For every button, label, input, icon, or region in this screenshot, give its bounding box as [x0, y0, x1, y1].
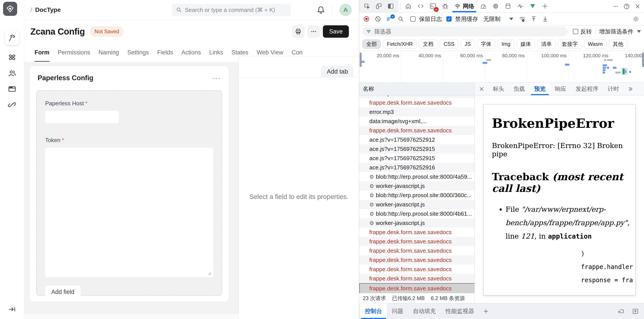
- chip-wasm[interactable]: Wasm: [584, 40, 606, 49]
- network-settings-button[interactable]: [631, 14, 641, 24]
- chip-socket[interactable]: 套接字: [558, 40, 582, 49]
- export-har-button[interactable]: [540, 14, 550, 24]
- avatar[interactable]: A: [340, 4, 352, 16]
- request-row[interactable]: ⚙blob:http://erp.prosol.site:8000/4b61..…: [359, 209, 474, 218]
- detail-tab-initiator[interactable]: 发起程序: [571, 83, 603, 95]
- request-row[interactable]: ⚙worker-javascript.js: [359, 181, 474, 191]
- panel-tab-console[interactable]: ×: [427, 0, 439, 12]
- request-row[interactable]: ⚙blob:http://erp.prosol.site:8000/360c..…: [359, 191, 474, 200]
- more-filters-button[interactable]: 增加筛选条件: [599, 28, 641, 36]
- horizontal-scroll-track[interactable]: [24, 313, 238, 319]
- section-menu-icon[interactable]: ···: [212, 74, 221, 82]
- timeline-right-handle[interactable]: [642, 53, 644, 67]
- chip-img[interactable]: Img: [498, 40, 514, 49]
- filter-toggle-button[interactable]: ×: [384, 14, 394, 24]
- request-row[interactable]: ace.js?v=1756976252916: [359, 163, 474, 172]
- request-row[interactable]: frappe.desk.form.save.savedocs: [359, 246, 474, 255]
- global-search-input[interactable]: Search or type a command (⌘ + K): [172, 4, 291, 16]
- panel-tab-sources[interactable]: [439, 0, 452, 12]
- panel-tab-home[interactable]: [402, 0, 414, 12]
- network-overview-timeline[interactable]: 20,000 ms 40,000 ms 60,000 ms 80,000 ms …: [359, 51, 644, 83]
- tab-naming[interactable]: Naming: [94, 43, 123, 62]
- chip-doc[interactable]: 文档: [419, 40, 437, 49]
- tab-form[interactable]: Form: [30, 43, 54, 62]
- sidebar-item-customize[interactable]: [5, 50, 19, 64]
- save-button[interactable]: Save: [323, 25, 349, 38]
- panel-tab-network[interactable]: 网络: [452, 0, 477, 12]
- preserve-log-label[interactable]: 保留日志: [419, 15, 442, 23]
- request-row[interactable]: error.mp3: [359, 95, 474, 98]
- add-field-button[interactable]: Add field: [45, 285, 80, 298]
- dock-side-button[interactable]: [386, 1, 396, 11]
- close-detail-button[interactable]: [475, 83, 488, 95]
- more-options-button[interactable]: [610, 1, 621, 12]
- preserve-log-checkbox[interactable]: [410, 16, 416, 22]
- tab-fields[interactable]: Fields: [153, 43, 177, 62]
- drawer-tab-performance-monitor[interactable]: 性能监视器: [441, 303, 479, 319]
- breadcrumb[interactable]: DocType: [35, 7, 61, 14]
- disable-cache-label[interactable]: 禁用缓存: [455, 15, 478, 23]
- request-row[interactable]: ⚙worker-javascript.js: [359, 218, 474, 228]
- drawer-tab-autofill[interactable]: 自动填充: [408, 303, 441, 319]
- request-row[interactable]: ⚙blob:http://erp.prosol.site:8000/4a59..…: [359, 172, 474, 181]
- filter-input[interactable]: 筛选器: [362, 27, 568, 36]
- cast-button[interactable]: [616, 306, 626, 316]
- request-row[interactable]: frappe.desk.form.save.savedocs: [359, 237, 474, 246]
- paperless-host-input[interactable]: [45, 111, 119, 123]
- drawer-tab-console[interactable]: 控制台: [360, 303, 387, 319]
- detail-tab-preview[interactable]: 预览: [530, 83, 550, 95]
- chip-other[interactable]: 其他: [609, 40, 627, 49]
- panel-tab-memory[interactable]: [490, 0, 502, 12]
- detail-tab-payload[interactable]: 负载: [509, 83, 530, 95]
- detail-tab-timing[interactable]: 计时: [603, 83, 624, 95]
- add-panel-button[interactable]: [539, 0, 551, 12]
- tab-links[interactable]: Links: [205, 43, 227, 62]
- request-row[interactable]: error.mp3: [359, 107, 474, 117]
- name-column-header[interactable]: 名称: [359, 83, 474, 95]
- notifications-button[interactable]: [317, 6, 325, 14]
- panel-tab-vue-devtools[interactable]: [526, 0, 539, 12]
- detail-tabs-overflow-button[interactable]: [624, 83, 637, 95]
- disable-cache-checkbox[interactable]: [446, 16, 452, 22]
- request-row[interactable]: ace.js?v=1756976252915: [359, 154, 474, 163]
- request-row[interactable]: frappe.desk.form.save.savedocs: [359, 228, 474, 237]
- request-row[interactable]: data:image/svg+xml,...: [359, 117, 474, 126]
- panel-tab-performance-monitor[interactable]: [514, 0, 526, 12]
- help-button[interactable]: [622, 1, 632, 12]
- collapse-sidebar-button[interactable]: [5, 304, 19, 314]
- tab-permissions[interactable]: Permissions: [54, 43, 94, 62]
- timeline-left-handle[interactable]: [360, 53, 362, 67]
- drawer-tab-issues[interactable]: 问题: [387, 303, 408, 319]
- search-network-button[interactable]: [396, 14, 406, 24]
- record-network-log-button[interactable]: [362, 14, 372, 24]
- panel-tab-performance[interactable]: [477, 0, 490, 12]
- inspect-element-button[interactable]: [362, 1, 372, 11]
- frappe-logo[interactable]: [3, 2, 17, 16]
- resize-handle-icon[interactable]: [208, 271, 212, 275]
- request-row[interactable]: frappe.desk.form.save.savedocs: [359, 126, 474, 135]
- sidebar-item-build[interactable]: [5, 31, 19, 45]
- dock-drawer-button[interactable]: [630, 306, 640, 316]
- sidebar-item-users[interactable]: [5, 66, 19, 80]
- request-row-selected[interactable]: frappe.desk.form.save.savedocs: [359, 283, 474, 293]
- sidebar-item-integrations[interactable]: [5, 97, 19, 112]
- chip-media[interactable]: 媒体: [516, 40, 535, 49]
- more-actions-button[interactable]: [308, 25, 320, 38]
- chip-manifest[interactable]: 清单: [537, 40, 556, 49]
- chip-all[interactable]: 全部: [362, 40, 381, 49]
- close-devtools-button[interactable]: [632, 1, 643, 12]
- add-tab-button[interactable]: Add tab: [321, 66, 353, 78]
- chip-css[interactable]: CSS: [440, 40, 458, 49]
- invert-filter-checkbox[interactable]: [573, 29, 578, 34]
- chip-js[interactable]: JS: [461, 40, 475, 49]
- clear-network-log-button[interactable]: [373, 14, 383, 24]
- network-conditions-button[interactable]: [517, 14, 527, 24]
- request-row[interactable]: frappe.desk.form.save.savedocs: [359, 265, 474, 274]
- tab-actions[interactable]: Actions: [177, 43, 205, 62]
- detail-tab-headers[interactable]: 标头: [488, 83, 509, 95]
- chip-font[interactable]: 字体: [477, 40, 496, 49]
- throttling-select[interactable]: 无限制: [483, 15, 513, 23]
- detail-tab-response[interactable]: 响应: [550, 83, 571, 95]
- device-toolbar-button[interactable]: [374, 1, 384, 11]
- tab-settings[interactable]: Settings: [123, 43, 153, 62]
